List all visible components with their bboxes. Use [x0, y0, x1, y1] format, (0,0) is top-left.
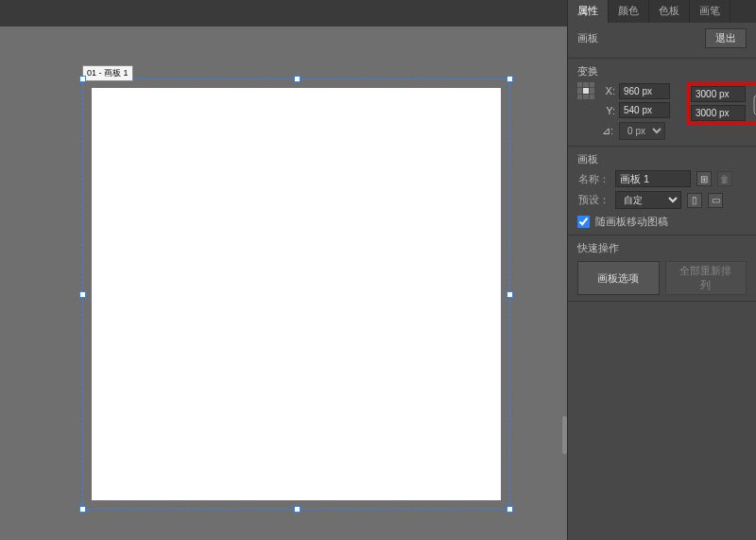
- portrait-icon[interactable]: ▯: [687, 193, 702, 208]
- section-transform: 变换 X: Y:: [568, 59, 756, 147]
- x-label: X:: [602, 85, 615, 96]
- section-artboard-props: 画板 名称： ⊞ 🗑 预设： 自定 ▯ ▭ 随画板移动图稿: [568, 147, 756, 235]
- properties-panel: 属性 颜色 色板 画笔 画板 退出 变换 X: Y:: [567, 0, 756, 540]
- preset-label: 预设：: [577, 193, 610, 207]
- tab-properties[interactable]: 属性: [568, 0, 609, 23]
- rearrange-all-button: 全部重新排列: [665, 261, 747, 295]
- handle-top-left[interactable]: [79, 76, 86, 82]
- angle-select[interactable]: 0 px: [619, 122, 665, 140]
- section-title: 变换: [577, 64, 747, 78]
- section-quick-actions: 快速操作 画板选项 全部重新排列: [568, 235, 756, 302]
- y-input[interactable]: [619, 102, 670, 118]
- artboard-options-button[interactable]: 画板选项: [577, 261, 660, 295]
- handle-top-right[interactable]: [507, 76, 513, 82]
- handle-bot-left[interactable]: [79, 506, 86, 513]
- tab-color[interactable]: 颜色: [609, 0, 649, 23]
- width-input[interactable]: [691, 86, 746, 102]
- artboard-selection[interactable]: 01 - 画板 1: [82, 78, 510, 510]
- panel-tabs: 属性 颜色 色板 画笔: [568, 0, 756, 23]
- handle-top-mid[interactable]: [294, 76, 301, 82]
- section-title: 画板: [577, 152, 747, 166]
- move-artwork-checkbox[interactable]: [577, 216, 590, 228]
- highlight-annotation: [687, 82, 756, 125]
- artboard-name-input[interactable]: [615, 170, 691, 187]
- height-input[interactable]: [691, 105, 746, 121]
- name-label: 名称：: [577, 172, 610, 186]
- x-input[interactable]: [619, 83, 670, 99]
- exit-button[interactable]: 退出: [705, 28, 747, 48]
- handle-mid-right[interactable]: [507, 291, 513, 298]
- preset-select[interactable]: 自定: [615, 191, 681, 209]
- handle-bot-right[interactable]: [507, 506, 513, 513]
- section-title: 画板: [577, 31, 598, 45]
- landscape-icon[interactable]: ▭: [708, 193, 723, 208]
- section-artboard-header: 画板 退出: [568, 23, 756, 59]
- reference-point-icon[interactable]: [577, 82, 594, 99]
- canvas-area[interactable]: 01 - 画板 1: [0, 26, 567, 540]
- move-artwork-label: 随画板移动图稿: [595, 215, 668, 229]
- y-label: Y:: [602, 105, 615, 116]
- angle-label: ⊿:: [602, 125, 613, 137]
- section-title: 快速操作: [577, 241, 747, 255]
- delete-artboard-icon: 🗑: [717, 171, 732, 186]
- handle-bot-mid[interactable]: [294, 506, 301, 513]
- tab-swatches[interactable]: 色板: [649, 0, 690, 23]
- selection-marquee: [82, 78, 510, 510]
- new-artboard-icon[interactable]: ⊞: [696, 171, 712, 186]
- artboard-label[interactable]: 01 - 画板 1: [82, 65, 133, 81]
- handle-mid-left[interactable]: [79, 291, 86, 298]
- tab-brushes[interactable]: 画笔: [690, 0, 730, 23]
